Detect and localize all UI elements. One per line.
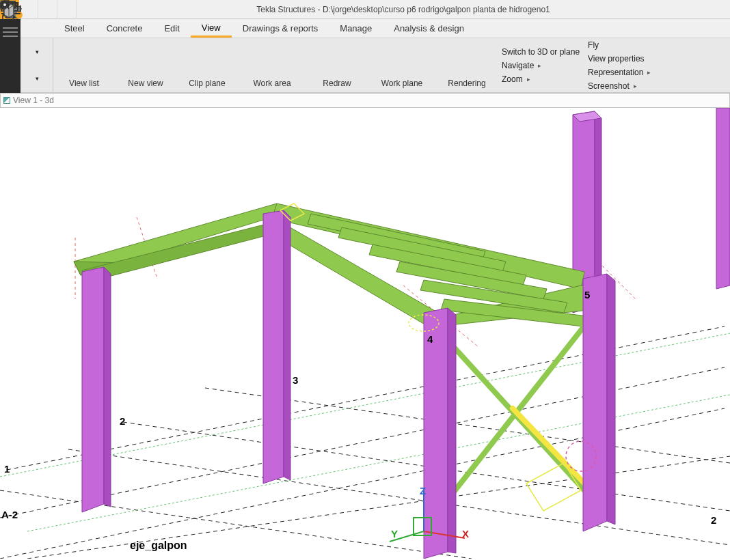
- ribbon-redraw[interactable]: Redraw: [306, 39, 368, 92]
- ribbon-side-view: Fly View properties Representation▸ Scre…: [584, 40, 655, 91]
- screenshot-button[interactable]: Screenshot▸: [588, 81, 651, 91]
- grid-label-eje: eje_galpon: [130, 540, 187, 552]
- grid-label-4: 4: [427, 333, 433, 345]
- grid-label-2: 2: [120, 415, 125, 427]
- view-props-button[interactable]: View properties: [588, 54, 651, 64]
- axis-x: X: [462, 528, 469, 540]
- viewport: View 1 - 3d: [0, 93, 730, 560]
- ribbon-rendering[interactable]: Rendering: [436, 39, 498, 92]
- model-svg: [0, 108, 730, 559]
- cursor-tool[interactable]: ▾: [23, 40, 51, 64]
- quick-tools: ▾ ?▾: [21, 38, 53, 92]
- ribbon: ▾ ?▾ View list New view Clip plane Work …: [0, 38, 730, 93]
- grid-label-1: 1: [4, 463, 10, 475]
- grid-label-a2: A-2: [1, 509, 18, 520]
- camera-icon: [0, 0, 10, 8]
- menu-manage[interactable]: Manage: [329, 19, 383, 38]
- grid-label-5: 5: [584, 289, 590, 300]
- ribbon-work-area[interactable]: Work area: [238, 39, 306, 92]
- title-bar: Tekla Structures - D:\jorge\desktop\curs…: [0, 0, 730, 19]
- menu-analysis[interactable]: Analysis & design: [383, 19, 475, 38]
- representation-button[interactable]: Representation▸: [588, 68, 651, 77]
- navigate-button[interactable]: Navigate▸: [502, 61, 580, 70]
- menu-view[interactable]: View: [191, 19, 232, 38]
- svg-point-26: [3, 3, 6, 6]
- switch-3d-button[interactable]: Switch to 3D or plane: [502, 47, 580, 57]
- axis-z: Z: [420, 485, 426, 496]
- axis-y: Y: [391, 528, 398, 540]
- menu-edit[interactable]: Edit: [153, 19, 190, 38]
- ribbon-view-list[interactable]: View list: [53, 39, 115, 92]
- hamburger-icon[interactable]: [3, 31, 18, 33]
- viewport-title-bar[interactable]: View 1 - 3d: [0, 93, 730, 108]
- menu-concrete[interactable]: Concrete: [96, 19, 154, 38]
- menu-drawings[interactable]: Drawings & reports: [232, 19, 329, 38]
- zoom-button[interactable]: Zoom▸: [502, 74, 580, 84]
- grid-label-2r: 2: [711, 514, 716, 526]
- ribbon-side-nav: Switch to 3D or plane Navigate▸ Zoom▸: [498, 47, 584, 84]
- menu-steel[interactable]: Steel: [53, 19, 96, 38]
- undo-icon[interactable]: [38, 0, 57, 19]
- viewport-title: View 1 - 3d: [13, 96, 54, 105]
- ribbon-clip-plane[interactable]: Clip plane: [176, 39, 238, 92]
- main-menu-bar: Steel Concrete Edit View Drawings & repo…: [0, 19, 730, 38]
- redo-icon[interactable]: [57, 0, 77, 19]
- 3d-canvas[interactable]: 1 2 3 4 5 A-2 2 eje_galpon X Y Z: [0, 108, 730, 559]
- window-title: Tekla Structures - D:\jorge\desktop\curs…: [77, 5, 730, 14]
- grid-label-3: 3: [293, 374, 298, 386]
- ribbon-work-plane[interactable]: Work plane: [368, 39, 436, 92]
- fly-button[interactable]: Fly: [588, 40, 651, 50]
- ribbon-new-view[interactable]: New view: [115, 39, 176, 92]
- viewport-icon: [3, 97, 10, 104]
- svg-line-45: [513, 408, 588, 487]
- svg-rect-27: [3, 1, 5, 3]
- snap-tool[interactable]: ?▾: [23, 67, 51, 90]
